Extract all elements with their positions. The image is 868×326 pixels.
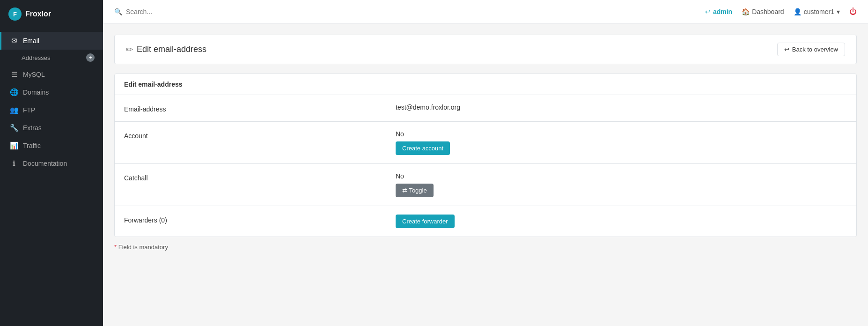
account-status: No bbox=[396, 130, 847, 138]
home-icon: 🏠 bbox=[742, 8, 750, 15]
sidebar-item-email[interactable]: ✉ Email bbox=[0, 32, 103, 50]
sidebar-item-addresses[interactable]: Addresses + bbox=[0, 50, 103, 66]
topbar-right: ↩ admin 🏠 Dashboard 👤 customer1 ▾ ⏻ bbox=[705, 7, 857, 16]
sidebar-item-extras[interactable]: 🔧 Extras bbox=[0, 119, 103, 137]
account-row: Account No Create account bbox=[115, 122, 856, 164]
page-title-area: ✏ Edit email-address bbox=[126, 44, 206, 55]
domains-icon: 🌐 bbox=[10, 88, 18, 96]
toggle-label: ⇄ Toggle bbox=[402, 187, 427, 194]
pencil-icon: ✏ bbox=[126, 44, 133, 55]
create-account-label: Create account bbox=[402, 145, 443, 152]
sidebar-item-mysql[interactable]: ☰ MySQL bbox=[0, 66, 103, 83]
sidebar-item-documentation[interactable]: ℹ Documentation bbox=[0, 155, 103, 172]
search-input[interactable] bbox=[126, 8, 220, 15]
create-forwarder-button[interactable]: Create forwarder bbox=[396, 215, 455, 228]
asterisk: * bbox=[114, 244, 117, 251]
page-header: ✏ Edit email-address ↩ Back to overview bbox=[114, 35, 857, 64]
forwarders-value: Create forwarder bbox=[396, 215, 847, 228]
email-icon: ✉ bbox=[10, 37, 18, 45]
sidebar-item-label: Documentation bbox=[23, 160, 67, 167]
catchall-status: No bbox=[396, 172, 847, 180]
extras-icon: 🔧 bbox=[10, 124, 18, 132]
admin-label: admin bbox=[713, 8, 732, 15]
customer-label: customer1 bbox=[804, 8, 834, 15]
documentation-icon: ℹ bbox=[10, 159, 18, 168]
search-area: 🔍 bbox=[114, 8, 220, 15]
sidebar-item-ftp[interactable]: 👥 FTP bbox=[0, 101, 103, 119]
page-title: Edit email-address bbox=[137, 44, 206, 54]
sidebar: F Froxlor ✉ Email Addresses + ☰ MySQL 🌐 … bbox=[0, 0, 103, 326]
mysql-icon: ☰ bbox=[10, 70, 18, 79]
user-icon: 👤 bbox=[794, 8, 802, 15]
sidebar-item-label: Traffic bbox=[23, 142, 41, 149]
back-button-label: Back to overview bbox=[792, 46, 838, 53]
chevron-down-icon: ▾ bbox=[837, 8, 840, 15]
back-to-overview-button[interactable]: ↩ Back to overview bbox=[777, 43, 845, 56]
topbar: 🔍 ↩ admin 🏠 Dashboard 👤 customer1 ▾ ⏻ bbox=[103, 0, 868, 23]
add-address-button[interactable]: + bbox=[86, 53, 95, 62]
email-address-label: Email-address bbox=[124, 104, 396, 113]
account-label: Account bbox=[124, 130, 396, 140]
app-name: Froxlor bbox=[25, 10, 51, 18]
catchall-label: Catchall bbox=[124, 172, 396, 182]
toggle-catchall-button[interactable]: ⇄ Toggle bbox=[396, 184, 434, 197]
catchall-value: No ⇄ Toggle bbox=[396, 172, 847, 197]
create-forwarder-label: Create forwarder bbox=[402, 218, 448, 225]
search-icon: 🔍 bbox=[114, 8, 122, 15]
create-account-button[interactable]: Create account bbox=[396, 141, 450, 155]
logo-icon: F bbox=[8, 7, 22, 21]
sidebar-item-label: Extras bbox=[23, 124, 42, 132]
email-address-row: Email-address test@demo.froxlor.org bbox=[115, 95, 856, 122]
mandatory-text: Field is mandatory bbox=[118, 244, 168, 251]
sidebar-item-addresses-label: Addresses bbox=[22, 54, 50, 61]
ftp-icon: 👥 bbox=[10, 106, 18, 114]
forwarders-row: Forwarders (0) Create forwarder bbox=[115, 206, 856, 237]
sidebar-item-traffic[interactable]: 📊 Traffic bbox=[0, 137, 103, 155]
sidebar-item-label: MySQL bbox=[23, 71, 45, 78]
page-content: ✏ Edit email-address ↩ Back to overview … bbox=[103, 23, 868, 326]
sidebar-item-label: Email bbox=[23, 37, 39, 44]
sidebar-item-label: Domains bbox=[23, 89, 49, 96]
forwarders-label: Forwarders (0) bbox=[124, 215, 396, 224]
edit-email-card: Edit email-address Email-address test@de… bbox=[114, 74, 857, 237]
mandatory-note: * Field is mandatory bbox=[114, 244, 857, 251]
catchall-row: Catchall No ⇄ Toggle bbox=[115, 164, 856, 206]
dashboard-link[interactable]: 🏠 Dashboard bbox=[742, 8, 784, 15]
customer-link[interactable]: 👤 customer1 ▾ bbox=[794, 8, 840, 15]
main-area: 🔍 ↩ admin 🏠 Dashboard 👤 customer1 ▾ ⏻ bbox=[103, 0, 868, 326]
dashboard-label: Dashboard bbox=[752, 8, 784, 15]
email-address-value: test@demo.froxlor.org bbox=[396, 104, 847, 111]
reply-icon: ↩ bbox=[784, 46, 789, 53]
admin-icon: ↩ bbox=[705, 8, 711, 15]
sidebar-item-domains[interactable]: 🌐 Domains bbox=[0, 83, 103, 101]
power-icon[interactable]: ⏻ bbox=[849, 7, 857, 16]
app-logo[interactable]: F Froxlor bbox=[0, 0, 103, 28]
account-value: No Create account bbox=[396, 130, 847, 155]
admin-link[interactable]: ↩ admin bbox=[705, 8, 732, 15]
sidebar-item-label: FTP bbox=[23, 106, 35, 114]
traffic-icon: 📊 bbox=[10, 141, 18, 150]
sidebar-nav: ✉ Email Addresses + ☰ MySQL 🌐 Domains 👥 … bbox=[0, 28, 103, 172]
card-title: Edit email-address bbox=[115, 74, 856, 95]
